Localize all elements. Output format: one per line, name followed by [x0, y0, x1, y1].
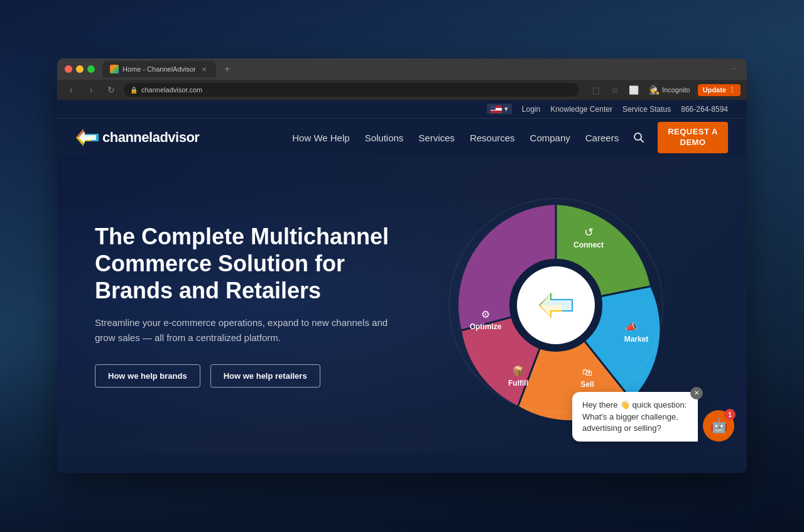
svg-text:Market: Market	[624, 335, 648, 344]
hero-content: The Complete Multichannel Commerce Solut…	[95, 223, 402, 388]
nav-services[interactable]: Services	[412, 129, 461, 147]
cast-button[interactable]: ⬚	[589, 82, 604, 97]
service-status-link[interactable]: Service Status	[622, 105, 671, 114]
svg-text:Optimize: Optimize	[469, 322, 501, 331]
phone-number: 866-264-8594	[681, 105, 728, 114]
browser-titlebar: Home - ChannelAdvisor ✕ + ⋯	[57, 58, 747, 80]
svg-text:Connect: Connect	[573, 241, 604, 249]
request-demo-button[interactable]: REQUEST A DEMO	[658, 122, 728, 153]
back-button[interactable]: ‹	[63, 82, 79, 97]
traffic-lights	[65, 65, 95, 73]
refresh-button[interactable]: ↻	[104, 82, 119, 97]
minimize-traffic-light[interactable]	[76, 65, 84, 73]
chat-avatar-button[interactable]: 🤖 1	[703, 410, 734, 442]
flag-icon	[491, 106, 502, 113]
language-selector[interactable]: ▾	[487, 104, 512, 114]
tab-bar: Home - ChannelAdvisor ✕ +	[102, 58, 236, 80]
maximize-traffic-light[interactable]	[87, 65, 95, 73]
hero-section: The Complete Multichannel Commerce Solut…	[57, 156, 747, 454]
chat-bubble: ✕ Hey there 👋 quick question: What's a b…	[572, 392, 698, 442]
hero-subtitle: Streamline your e-commerce operations, e…	[95, 315, 396, 345]
logo[interactable]: channeladvisor	[76, 129, 199, 146]
browser-actions: ⬚ ☆ ⬜ 🕵 Incognito Update ⋮	[589, 82, 741, 97]
browser-chrome: Home - ChannelAdvisor ✕ + ⋯ ‹ › ↻ 🔒 chan…	[57, 58, 747, 100]
retailers-button[interactable]: How we help retailers	[210, 364, 320, 388]
svg-text:📦: 📦	[512, 365, 524, 377]
svg-text:🛍: 🛍	[582, 367, 592, 377]
logo-arrow-icon	[76, 129, 99, 146]
update-button[interactable]: Update ⋮	[698, 84, 741, 96]
chat-widget[interactable]: ✕ Hey there 👋 quick question: What's a b…	[572, 392, 734, 442]
expand-button[interactable]: ⋯	[727, 63, 739, 75]
login-link[interactable]: Login	[522, 105, 540, 114]
brands-button[interactable]: How we help brands	[95, 364, 200, 388]
chat-close-button[interactable]: ✕	[690, 387, 703, 399]
lock-icon: 🔒	[130, 87, 138, 94]
logo-text: channeladvisor	[102, 129, 199, 146]
nav-links: How We Help Solutions Services Resources…	[286, 122, 728, 153]
svg-text:Fulfill: Fulfill	[508, 379, 528, 388]
browser-tab[interactable]: Home - ChannelAdvisor ✕	[102, 61, 216, 77]
main-navigation: channeladvisor How We Help Solutions Ser…	[57, 119, 747, 156]
forward-button[interactable]: ›	[84, 82, 99, 97]
search-icon	[633, 132, 644, 143]
nav-how-we-help[interactable]: How We Help	[286, 129, 356, 147]
knowledge-center-link[interactable]: Knowledge Center	[550, 105, 612, 114]
utility-bar: ▾ Login Knowledge Center Service Status …	[57, 100, 747, 119]
tab-title: Home - ChannelAdvisor	[122, 65, 196, 73]
hero-buttons: How we help brands How we help retailers	[95, 364, 402, 388]
tab-close-button[interactable]: ✕	[200, 65, 209, 73]
nav-resources[interactable]: Resources	[464, 129, 521, 147]
chat-badge: 1	[724, 409, 736, 420]
incognito-indicator: 🕵 Incognito	[645, 84, 694, 96]
nav-solutions[interactable]: Solutions	[359, 129, 410, 147]
nav-careers[interactable]: Careers	[579, 129, 625, 147]
search-button[interactable]	[627, 126, 650, 149]
hero-title: The Complete Multichannel Commerce Solut…	[95, 223, 402, 305]
browser-controls: ‹ › ↻ 🔒 channeladvisor.com ⬚ ☆ ⬜ 🕵 Incog…	[57, 80, 747, 100]
svg-text:⚙: ⚙	[481, 309, 490, 320]
nav-company[interactable]: Company	[524, 129, 577, 147]
chat-avatar-icon: 🤖	[710, 418, 727, 434]
wheel-svg: Connect ↺ Market 📣 Sell 🛍 Fulfill 📦 Opti…	[437, 186, 675, 425]
url-text: channeladvisor.com	[141, 86, 202, 94]
address-bar[interactable]: 🔒 channeladvisor.com	[124, 83, 579, 97]
close-traffic-light[interactable]	[65, 65, 72, 73]
svg-text:Sell: Sell	[580, 380, 594, 389]
browser-window: Home - ChannelAdvisor ✕ + ⋯ ‹ › ↻ 🔒 chan…	[57, 58, 747, 473]
wheel-diagram: Connect ↺ Market 📣 Sell 🛍 Fulfill 📦 Opti…	[402, 186, 709, 425]
website-content: ▾ Login Knowledge Center Service Status …	[57, 100, 747, 473]
svg-text:↺: ↺	[584, 226, 593, 239]
tab-favicon	[110, 65, 119, 73]
new-tab-button[interactable]: +	[219, 60, 236, 78]
svg-text:📣: 📣	[625, 321, 638, 333]
chat-message: Hey there 👋 quick question: What's a big…	[582, 400, 687, 432]
svg-line-5	[641, 139, 644, 143]
extensions-button[interactable]: ⬜	[626, 82, 641, 97]
bookmark-button[interactable]: ☆	[607, 82, 622, 97]
